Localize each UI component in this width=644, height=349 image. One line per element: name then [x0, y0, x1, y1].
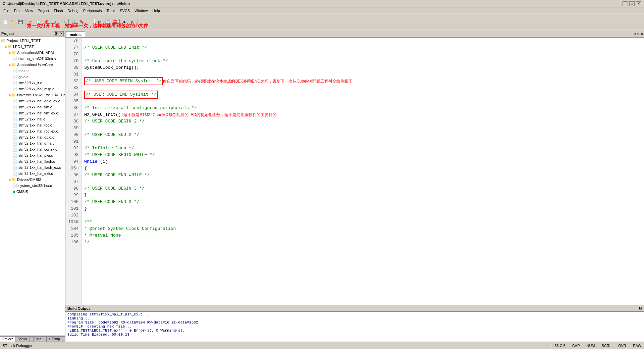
build-line: Build Time Elapsed: 00:00:13: [67, 333, 642, 337]
tree-item[interactable]: 📄stm32f1xx_hal_gpio_ex.c: [1, 98, 64, 104]
code-line: {: [84, 165, 641, 172]
project-panel-float-button[interactable]: 🗗: [54, 31, 58, 36]
title-text: C:\Users\lj\Desktop\LED1_TEST\MDK-ARM\LE…: [3, 2, 130, 6]
menu-view[interactable]: View: [23, 8, 35, 13]
menu-project[interactable]: Project: [36, 8, 51, 13]
tree-item[interactable]: ▶📁Application/User/Core: [1, 62, 64, 68]
build-output-float[interactable]: ⊡: [639, 306, 642, 310]
menu-file[interactable]: File: [1, 8, 11, 13]
menu-peripherals[interactable]: Peripherals: [81, 8, 104, 13]
tree-item[interactable]: ▶📁Drivers/STM32F1xx_HAL_Dr...: [1, 92, 64, 98]
tree-item[interactable]: 📄stm32f1xx_hal_flash.c: [1, 158, 64, 164]
tree-item[interactable]: ◆CMSIS: [1, 189, 64, 195]
maximize-button[interactable]: □: [629, 1, 635, 6]
project-header-controls[interactable]: 🗗 ✕: [54, 31, 64, 36]
editor-scroll-left[interactable]: ◁: [633, 32, 636, 37]
line-number: 104: [68, 226, 78, 232]
code-lines[interactable]: /* USER CODE END Init */ /* Configure th…: [82, 38, 644, 305]
tree-item[interactable]: 📄stm32f1xx_hal_tim_ex.c: [1, 110, 64, 116]
file-icon: 📄: [13, 147, 17, 152]
file-icon: 📄: [13, 99, 17, 103]
line-number: 83: [68, 85, 78, 91]
tree-label: stm32f1xx_hal_exti.c: [18, 171, 53, 176]
line-number: 93: [68, 152, 78, 158]
menu-flash[interactable]: Flash: [52, 8, 65, 13]
code-line: [84, 98, 641, 105]
title-controls[interactable]: — □ ✕: [623, 1, 641, 6]
project-tab-temp[interactable]: ↕₄Temp...: [46, 336, 65, 342]
editor-scroll-right[interactable]: ▷: [637, 32, 640, 37]
project-panel-close-button[interactable]: ✕: [59, 31, 64, 36]
tree-item[interactable]: 📄stm32f1xx_hal_cortex.c: [1, 146, 64, 152]
folder-icon: ▶📁: [5, 45, 12, 49]
line-number: 106: [68, 239, 78, 246]
code-text: while (1): [84, 158, 108, 165]
folder-icon: ▶📁: [9, 63, 16, 67]
tree-item[interactable]: 📄stm32f1xx_hal_msp.c: [1, 86, 64, 92]
line-number: 92: [68, 145, 78, 152]
comment-text: /* Initialize all configured peripherals…: [84, 105, 197, 111]
project-tab-project[interactable]: Project: [0, 336, 15, 342]
editor-tab-mainc[interactable]: main.c: [66, 31, 85, 37]
status-num: NUM: [586, 344, 595, 348]
build-line: compiling stm32f1xx_hal_flash_ex.c...: [67, 312, 642, 316]
new-file-button[interactable]: 📄: [1, 18, 9, 26]
line-number: 76: [68, 38, 78, 44]
project-tab-func[interactable]: {}Func...: [29, 336, 46, 342]
file-icon: 📄: [13, 75, 17, 79]
menu-tools[interactable]: Tools: [105, 8, 117, 13]
menu-help[interactable]: Help: [150, 8, 162, 13]
tree-item[interactable]: 📄startup_stm32f103xb.s: [1, 56, 64, 62]
editor-close-tab[interactable]: ✕: [641, 32, 643, 37]
line-number: 105: [68, 232, 78, 239]
minimize-button[interactable]: —: [623, 1, 628, 6]
title-bar: C:\Users\lj\Desktop\LED1_TEST\MDK-ARM\LE…: [0, 0, 644, 7]
menu-svcs[interactable]: SVCS: [118, 8, 132, 13]
tree-label: CMSIS: [16, 190, 28, 194]
project-panel: Project 🗗 ✕ 📁Project: LED1_TEST▶📁LED1_TE…: [0, 30, 65, 342]
tree-item[interactable]: ▶📁Drivers/CMSIS: [1, 177, 64, 183]
code-line: /* USER CODE BEGIN SysInit */ 你自己写的代码，必须…: [84, 78, 641, 85]
tree-label: Application/User/Core: [17, 63, 53, 67]
tree-label: main.c: [18, 69, 29, 73]
line-number: 96: [68, 172, 78, 179]
tree-item[interactable]: 📄stm32f1xx_hal_pwr.c: [1, 152, 64, 158]
menu-bar: File Edit View Project Flash Debug Perip…: [0, 7, 644, 14]
tree-item[interactable]: 📄stm32f1xx_hal_tim.c: [1, 104, 64, 110]
open-button[interactable]: 📂: [9, 18, 16, 26]
menu-window[interactable]: Window: [132, 8, 150, 13]
code-editor[interactable]: 7677787980818283848586878889909192939495…: [65, 38, 644, 305]
tree-item[interactable]: 📄stm32f1xx_hal_rcc.c: [1, 122, 64, 128]
line-number: 81: [68, 71, 78, 78]
tree-item[interactable]: 📄gpio.c: [1, 74, 64, 80]
tree-item[interactable]: 📄stm32f1xx_hal_dma.c: [1, 140, 64, 146]
project-tab-books[interactable]: Books: [15, 336, 29, 342]
tree-item[interactable]: 📄stm32f1xx_hal.c: [1, 116, 64, 122]
tree-item[interactable]: 📄system_stm32f1xx.c: [1, 183, 64, 189]
file-icon: 📄: [13, 117, 17, 121]
build-line: linking...: [67, 316, 642, 320]
tree-item[interactable]: 📄stm32f1xx_it.c: [1, 80, 64, 86]
tree-item[interactable]: 📄stm32f1xx_hal_flash_ex.c: [1, 164, 64, 170]
status-bar: ST-Link Debugger L:86 C:5 CAP NUM SCRL O…: [0, 342, 644, 349]
tree-item[interactable]: 📄main.c: [1, 68, 64, 74]
highlighted-comment: /* USER CODE END SysInit */: [84, 91, 158, 99]
tree-item[interactable]: 📄stm32f1xx_hal_rcc_ex.c: [1, 128, 64, 134]
save-button[interactable]: 💾: [17, 18, 24, 26]
tree-item[interactable]: 📁Project: LED1_TEST: [1, 38, 64, 44]
editor-tab-bar: main.c ◁ ▷ ✕: [65, 30, 644, 38]
tree-item[interactable]: ▶📁Application/MDK-ARM: [1, 50, 64, 56]
line-number: 91: [68, 138, 78, 145]
editor-tab-controls[interactable]: ◁ ▷ ✕: [633, 32, 643, 37]
tree-item[interactable]: ▶📁LED1_TEST: [1, 44, 64, 50]
line-number: 79: [68, 58, 78, 64]
file-icon: 📄: [13, 129, 17, 134]
close-button[interactable]: ✕: [636, 1, 641, 6]
build-content: compiling stm32f1xx_hal_flash_ex.c...lin…: [65, 312, 644, 342]
tree-item[interactable]: 📄stm32f1xx_hal_gpio.c: [1, 134, 64, 140]
tree-label: system_stm32f1xx.c: [18, 184, 52, 188]
code-text: }: [84, 205, 87, 212]
menu-debug[interactable]: Debug: [66, 8, 80, 13]
menu-edit[interactable]: Edit: [12, 8, 22, 13]
tree-item[interactable]: 📄stm32f1xx_hal_exti.c: [1, 170, 64, 177]
